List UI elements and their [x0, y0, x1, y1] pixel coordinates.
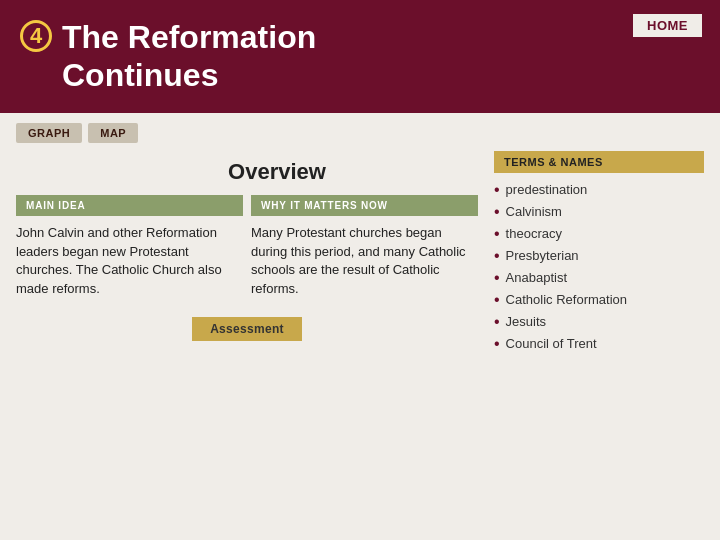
list-item: •predestination	[494, 179, 704, 201]
term-label: theocracy	[506, 226, 562, 241]
bullet-icon: •	[494, 248, 500, 264]
term-label: Catholic Reformation	[506, 292, 627, 307]
terms-header: TERMS & NAMES	[494, 151, 704, 173]
bullet-icon: •	[494, 226, 500, 242]
overview-title: Overview	[16, 151, 478, 195]
term-label: Anabaptist	[506, 270, 567, 285]
chapter-number: 4	[20, 20, 52, 52]
why-matters-header: WHY IT MATTERS NOW	[251, 195, 478, 216]
column-headers: MAIN IDEA WHY IT MATTERS NOW	[16, 195, 478, 216]
home-button[interactable]: HOME	[631, 12, 704, 39]
bullet-icon: •	[494, 204, 500, 220]
list-item: •Presbyterian	[494, 245, 704, 267]
term-label: Council of Trent	[506, 336, 597, 351]
term-label: predestination	[506, 182, 588, 197]
list-item: •theocracy	[494, 223, 704, 245]
content-columns: John Calvin and other Reformation leader…	[16, 224, 478, 299]
list-item: •Jesuits	[494, 311, 704, 333]
term-label: Presbyterian	[506, 248, 579, 263]
list-item: •Council of Trent	[494, 333, 704, 355]
list-item: •Calvinism	[494, 201, 704, 223]
bullet-icon: •	[494, 336, 500, 352]
main-idea-header: MAIN IDEA	[16, 195, 243, 216]
list-item: •Anabaptist	[494, 267, 704, 289]
assessment-button[interactable]: Assessment	[192, 317, 302, 341]
term-label: Calvinism	[506, 204, 562, 219]
nav-tabs: GRAPH MAP	[0, 113, 720, 143]
list-item: •Catholic Reformation	[494, 289, 704, 311]
terms-list: •predestination•Calvinism•theocracy•Pres…	[494, 179, 704, 355]
assessment-row: Assessment	[16, 317, 478, 341]
terms-sidebar: TERMS & NAMES •predestination•Calvinism•…	[494, 151, 704, 355]
why-matters-text: Many Protestant churches began during th…	[251, 224, 478, 299]
header: 4 The Reformation Continues HOME	[0, 0, 720, 113]
bullet-icon: •	[494, 292, 500, 308]
bullet-icon: •	[494, 314, 500, 330]
bullet-icon: •	[494, 270, 500, 286]
page-title: The Reformation Continues	[62, 18, 316, 95]
tab-map[interactable]: MAP	[88, 123, 138, 143]
term-label: Jesuits	[506, 314, 546, 329]
bullet-icon: •	[494, 182, 500, 198]
main-idea-text: John Calvin and other Reformation leader…	[16, 224, 243, 299]
main-content: Overview MAIN IDEA WHY IT MATTERS NOW Jo…	[0, 143, 720, 355]
content-area: Overview MAIN IDEA WHY IT MATTERS NOW Jo…	[16, 151, 478, 355]
tab-graph[interactable]: GRAPH	[16, 123, 82, 143]
